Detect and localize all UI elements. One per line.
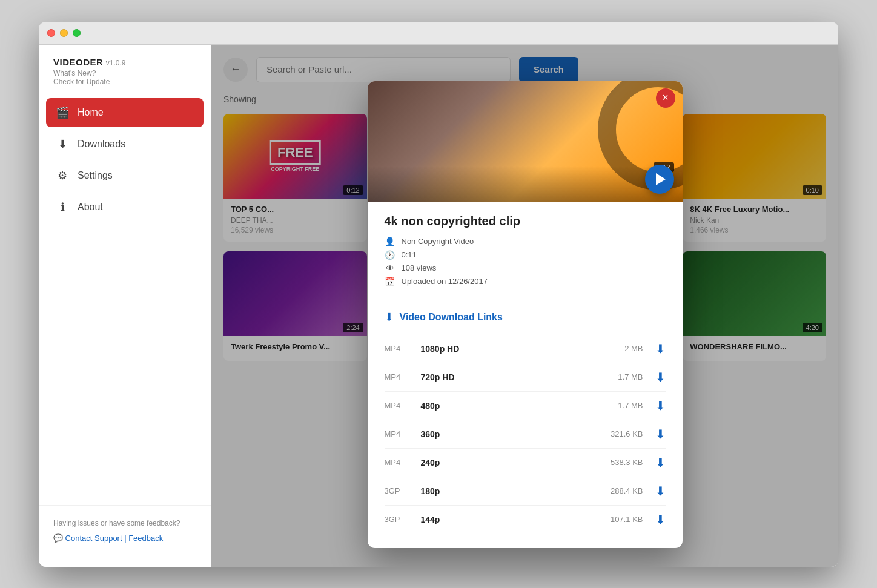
download-modal: 0:12 × 4k non copyrighted clip 👤 Non Cop… bbox=[368, 81, 683, 548]
channel-name: Non Copyright Video bbox=[402, 237, 474, 246]
download-row: MP4 720p HD 1.7 MB ⬇ bbox=[385, 363, 666, 392]
home-icon: 🎬 bbox=[56, 106, 69, 119]
close-window-button[interactable] bbox=[47, 29, 55, 37]
dl-quality: 180p bbox=[421, 486, 595, 496]
dl-format: MP4 bbox=[385, 401, 421, 410]
upload-date: Uploaded on 12/26/2017 bbox=[402, 277, 488, 286]
dl-download-button[interactable]: ⬇ bbox=[655, 370, 666, 385]
sidebar-item-home[interactable]: 🎬 Home bbox=[46, 98, 204, 127]
app-body: VIDEODER v1.0.9 What's New? Check for Up… bbox=[39, 45, 838, 567]
dl-size: 1.7 MB bbox=[595, 372, 655, 382]
meta-views: 👁 108 views bbox=[385, 263, 666, 273]
download-section: ⬇ Video Download Links MP4 1080p HD 2 MB… bbox=[368, 311, 683, 548]
modal-overlay: 0:12 × 4k non copyrighted clip 👤 Non Cop… bbox=[211, 45, 838, 567]
dl-format: MP4 bbox=[385, 458, 421, 467]
calendar-icon: 📅 bbox=[385, 277, 395, 286]
dl-size: 538.3 KB bbox=[595, 458, 655, 467]
maximize-window-button[interactable] bbox=[73, 29, 81, 37]
dl-size: 288.4 KB bbox=[595, 486, 655, 495]
modal-title: 4k non copyrighted clip bbox=[385, 214, 666, 228]
dl-format: MP4 bbox=[385, 429, 421, 438]
dl-download-button[interactable]: ⬇ bbox=[655, 512, 666, 527]
download-row: MP4 480p 1.7 MB ⬇ bbox=[385, 392, 666, 420]
brand-name: VIDEODER v1.0.9 bbox=[53, 57, 196, 68]
dl-download-button[interactable]: ⬇ bbox=[655, 484, 666, 498]
dl-size: 1.7 MB bbox=[595, 401, 655, 410]
traffic-lights bbox=[47, 29, 81, 37]
views-count: 108 views bbox=[402, 263, 437, 273]
play-icon bbox=[656, 173, 666, 185]
main-content: ← Search Showing FREE COPYRIGHT FREE 0:1… bbox=[211, 45, 838, 567]
dl-format: 3GP bbox=[385, 486, 421, 495]
sidebar: VIDEODER v1.0.9 What's New? Check for Up… bbox=[39, 45, 211, 567]
dl-size: 2 MB bbox=[595, 344, 655, 353]
titlebar bbox=[39, 22, 838, 45]
dl-quality: 240p bbox=[421, 458, 595, 467]
download-row: MP4 360p 321.6 KB ⬇ bbox=[385, 420, 666, 449]
dl-quality: 1080p HD bbox=[421, 344, 595, 354]
video-duration-text: 0:11 bbox=[402, 250, 417, 259]
download-row: 3GP 180p 288.4 KB ⬇ bbox=[385, 477, 666, 506]
whats-new-link[interactable]: What's New? bbox=[53, 69, 196, 78]
sidebar-item-label: Settings bbox=[78, 170, 113, 181]
clock-icon: 🕐 bbox=[385, 250, 395, 260]
sidebar-item-settings[interactable]: ⚙ Settings bbox=[46, 161, 204, 190]
modal-info: 4k non copyrighted clip 👤 Non Copyright … bbox=[368, 202, 683, 311]
modal-meta: 👤 Non Copyright Video 🕐 0:11 👁 108 views bbox=[385, 237, 666, 286]
sidebar-item-label: About bbox=[78, 202, 103, 213]
dl-download-button[interactable]: ⬇ bbox=[655, 342, 666, 356]
dl-quality: 480p bbox=[421, 401, 595, 411]
person-icon: 👤 bbox=[385, 237, 395, 246]
download-rows-container: MP4 1080p HD 2 MB ⬇ MP4 720p HD 1.7 MB ⬇… bbox=[385, 335, 666, 533]
footer-text: Having issues or have some feedback? bbox=[53, 518, 196, 529]
sidebar-footer: Having issues or have some feedback? 💬 C… bbox=[39, 505, 211, 555]
eye-icon: 👁 bbox=[385, 263, 395, 273]
download-row: MP4 1080p HD 2 MB ⬇ bbox=[385, 335, 666, 363]
contact-support-link[interactable]: 💬 Contact Support | Feedback bbox=[53, 533, 196, 543]
sidebar-nav: 🎬 Home ⬇ Downloads ⚙ Settings ℹ About bbox=[39, 98, 211, 505]
download-row: 3GP 144p 107.1 KB ⬇ bbox=[385, 506, 666, 533]
check-update-link[interactable]: Check for Update bbox=[53, 78, 196, 86]
sidebar-item-label: Downloads bbox=[78, 139, 125, 150]
modal-close-button[interactable]: × bbox=[656, 88, 675, 108]
play-button[interactable] bbox=[645, 165, 674, 194]
download-header-text: Video Download Links bbox=[400, 312, 503, 323]
download-row: MP4 240p 538.3 KB ⬇ bbox=[385, 449, 666, 477]
sidebar-item-label: Home bbox=[78, 107, 104, 118]
download-icon: ⬇ bbox=[56, 137, 69, 151]
dl-download-button[interactable]: ⬇ bbox=[655, 398, 666, 413]
dl-format: MP4 bbox=[385, 344, 421, 353]
download-header-icon: ⬇ bbox=[385, 311, 394, 324]
meta-duration: 🕐 0:11 bbox=[385, 250, 666, 260]
app-window: VIDEODER v1.0.9 What's New? Check for Up… bbox=[39, 22, 838, 567]
modal-video-preview: 0:12 bbox=[368, 81, 683, 202]
meta-uploaded: 📅 Uploaded on 12/26/2017 bbox=[385, 277, 666, 286]
sidebar-item-about[interactable]: ℹ About bbox=[46, 193, 204, 222]
dl-download-button[interactable]: ⬇ bbox=[655, 427, 666, 441]
download-header: ⬇ Video Download Links bbox=[385, 311, 666, 324]
dl-format: 3GP bbox=[385, 515, 421, 524]
meta-channel: 👤 Non Copyright Video bbox=[385, 237, 666, 246]
settings-icon: ⚙ bbox=[56, 169, 69, 182]
dl-download-button[interactable]: ⬇ bbox=[655, 455, 666, 470]
minimize-window-button[interactable] bbox=[60, 29, 68, 37]
dl-format: MP4 bbox=[385, 372, 421, 382]
dl-quality: 360p bbox=[421, 429, 595, 439]
dl-quality: 720p HD bbox=[421, 372, 595, 382]
dl-size: 107.1 KB bbox=[595, 515, 655, 524]
info-icon: ℹ bbox=[56, 200, 69, 214]
dl-size: 321.6 KB bbox=[595, 429, 655, 438]
sidebar-item-downloads[interactable]: ⬇ Downloads bbox=[46, 130, 204, 159]
sidebar-brand: VIDEODER v1.0.9 What's New? Check for Up… bbox=[39, 57, 211, 98]
dl-quality: 144p bbox=[421, 515, 595, 524]
